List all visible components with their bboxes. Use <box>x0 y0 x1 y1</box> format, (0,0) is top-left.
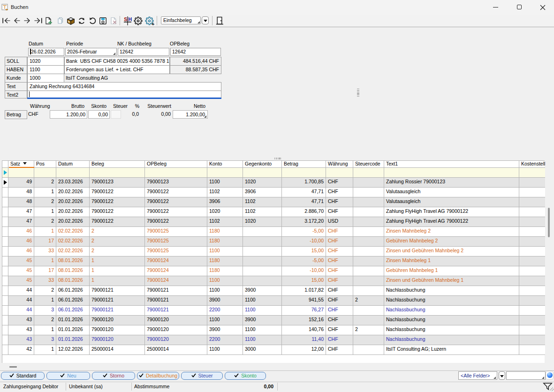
svg-text:H: H <box>128 16 132 22</box>
svg-text:S: S <box>124 16 127 22</box>
